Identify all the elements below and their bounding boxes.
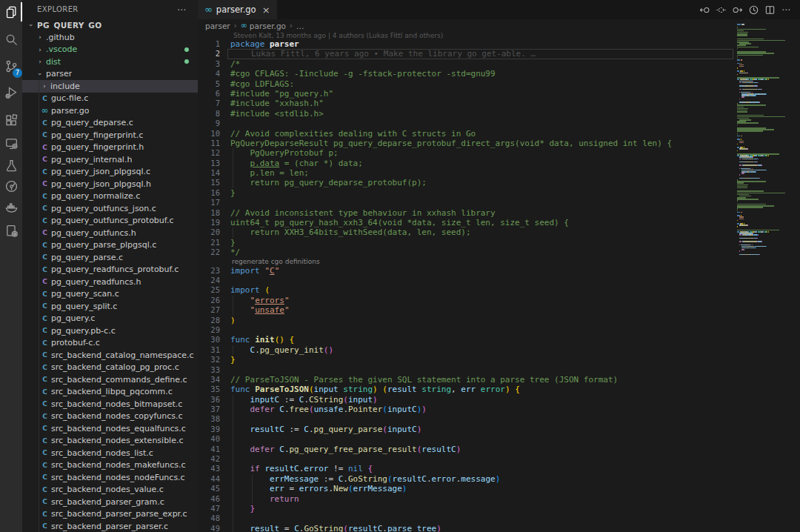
line-number[interactable]: 25 [198, 285, 220, 295]
tab-parser-go[interactable]: ∞ parser.go × [198, 0, 277, 19]
tree-item-pg-query-split.c[interactable]: Cpg_query_split.c [22, 300, 198, 313]
tree-item-pg-query-parse.c[interactable]: Cpg_query_parse.c [22, 251, 198, 264]
extensions-icon[interactable] [0, 110, 22, 130]
line-number[interactable]: 33 [198, 365, 220, 375]
line-number[interactable]: 40 [198, 434, 220, 444]
code-line-27[interactable]: 27 "unsafe" [198, 305, 736, 315]
code-line-1[interactable]: 1package parser [198, 39, 736, 49]
code-line-5[interactable]: 5#cgo LDFLAGS: [198, 79, 736, 89]
line-number[interactable]: 7 [198, 99, 220, 108]
code-line-20[interactable]: 20 return XXH3_64bits_withSeed(data, len… [198, 227, 736, 237]
split-editor-icon[interactable] [761, 1, 778, 18]
line-number[interactable]: 26 [198, 296, 220, 305]
code-line-42[interactable]: 42 [198, 454, 736, 464]
code-line-41[interactable]: 41 defer C.pg_query_free_parse_result(re… [198, 445, 736, 454]
code-line-2[interactable]: 2Lukas Fittl, 6 years ago • Make the lib… [198, 49, 736, 59]
explorer-icon[interactable] [0, 2, 22, 21]
tree-item-pg-query-readfuncs.h[interactable]: Cpg_query_readfuncs.h [22, 276, 198, 288]
tree-item-src-backend-nodes-extensible.c[interactable]: Csrc_backend_nodes_extensible.c [22, 435, 198, 448]
tree-item-src-backend-commands-define.c[interactable]: Csrc_backend_commands_define.c [22, 373, 198, 386]
code-line-48[interactable]: 48 [198, 513, 736, 523]
code-line-35[interactable]: 35func ParseToJSON(input string) (result… [198, 385, 736, 394]
tree-item-src-backend-nodes-copyfuncs.c[interactable]: Csrc_backend_nodes_copyfuncs.c [22, 410, 198, 423]
code-line-12[interactable]: 12 PgQueryProtobuf p; [198, 148, 736, 158]
code-line-38[interactable]: 38 [198, 414, 736, 424]
code-line-30[interactable]: 30func init() { [198, 335, 736, 345]
line-number[interactable]: 41 [198, 445, 220, 454]
line-number[interactable]: 4 [198, 69, 220, 79]
line-number[interactable]: 18 [198, 208, 220, 218]
line-number[interactable]: 2 [198, 49, 220, 59]
code-line-23[interactable]: 23import "C" [198, 266, 736, 276]
codelens-regenerate-cgo[interactable]: regenerate cgo definitions [232, 258, 736, 266]
line-number[interactable]: 23 [198, 266, 220, 276]
tree-item-pg-query-scan.c[interactable]: Cpg_query_scan.c [22, 288, 198, 301]
tree-item-src-backend-nodes-equalfuncs.c[interactable]: Csrc_backend_nodes_equalfuncs.c [22, 422, 198, 435]
line-number[interactable]: 8 [198, 109, 220, 119]
tree-item-src-backend-catalog-pg-proc.c[interactable]: Csrc_backend_catalog_pg_proc.c [22, 362, 198, 374]
tree-item-pg-query-outfuncs.h[interactable]: Cpg_query_outfuncs.h [22, 227, 198, 239]
code-line-21[interactable]: 21} [198, 238, 736, 247]
code-line-13[interactable]: 13 p.data = (char *) data; [198, 159, 736, 168]
line-number[interactable]: 46 [198, 494, 220, 504]
tree-item-pg-query-internal.h[interactable]: Cpg_query_internal.h [22, 153, 198, 166]
line-number[interactable]: 17 [198, 198, 220, 207]
line-number[interactable]: 6 [198, 89, 220, 99]
tree-item-pg-query-json-plpgsql.h[interactable]: Cpg_query_json_plpgsql.h [22, 178, 198, 190]
tree-item-src-backend-parser-parse-expr.c[interactable]: Csrc_backend_parser_parse_expr.c [22, 508, 198, 521]
code-line-34[interactable]: 34// ParseToJSON - Parses the given SQL … [198, 375, 736, 385]
tree-item-pg-query-deparse.c[interactable]: Cpg_query_deparse.c [22, 117, 198, 130]
close-tab-icon[interactable]: × [262, 4, 270, 16]
line-number[interactable]: 48 [198, 513, 220, 523]
next-change-icon[interactable] [729, 1, 745, 18]
line-number[interactable]: 37 [198, 405, 220, 414]
gitlens-icon[interactable] [745, 1, 761, 18]
tree-item-src-backend-nodes-nodefuncs.c[interactable]: Csrc_backend_nodes_nodeFuncs.c [22, 471, 198, 484]
line-number[interactable]: 24 [198, 276, 220, 285]
tree-item-pg-query-parse-plpgsql.c[interactable]: Cpg_query_parse_plpgsql.c [22, 239, 198, 252]
tree-item-include[interactable]: ›include [22, 80, 198, 93]
code-line-14[interactable]: 14 p.len = len; [198, 168, 736, 178]
code-line-45[interactable]: 45 err = errors.New(errMessage) [198, 484, 736, 493]
tree-item-parser.go[interactable]: ∞parser.go [22, 104, 198, 117]
code-line-3[interactable]: 3/* [198, 59, 736, 69]
code-line-19[interactable]: 19uint64_t pg_query_hash_xxh3_64(void *d… [198, 218, 736, 227]
line-number[interactable]: 36 [198, 395, 220, 405]
code-line-16[interactable]: 16} [198, 188, 736, 198]
code-line-47[interactable]: 47 } [198, 504, 736, 513]
line-number[interactable]: 47 [198, 504, 220, 513]
code-line-44[interactable]: 44 errMessage := C.GoString(resultC.erro… [198, 474, 736, 484]
line-number[interactable]: 14 [198, 168, 220, 178]
code-line-49[interactable]: 49 result = C.GoString(resultC.parse_tre… [198, 524, 736, 532]
gitlens-blame-header[interactable]: Steven Kalt, 13 months ago | 4 authors (… [233, 32, 736, 39]
git-graph-icon[interactable] [0, 176, 22, 196]
line-number[interactable]: 42 [198, 454, 220, 464]
code-line-25[interactable]: 25import ( [198, 285, 736, 295]
line-number[interactable]: 38 [198, 414, 220, 424]
code-line-6[interactable]: 6#include "pg_query.h" [198, 89, 736, 99]
breadcrumb-folder[interactable]: parser [205, 21, 230, 30]
code-line-31[interactable]: 31 C.pg_query_init() [198, 345, 736, 355]
line-number[interactable]: 20 [198, 227, 220, 237]
code-line-24[interactable]: 24 [198, 276, 736, 285]
tree-item-src-backend-nodes-value.c[interactable]: Csrc_backend_nodes_value.c [22, 484, 198, 496]
line-number[interactable]: 49 [198, 524, 220, 532]
previous-change-icon[interactable] [696, 1, 713, 18]
line-number[interactable]: 13 [198, 159, 220, 168]
code-line-29[interactable]: 29 [198, 325, 736, 335]
tree-item-pg-query-readfuncs-protobuf.c[interactable]: Cpg_query_readfuncs_protobuf.c [22, 264, 198, 276]
source-control-icon[interactable]: 7 [0, 56, 22, 76]
code-line-9[interactable]: 9 [198, 119, 736, 128]
line-number[interactable]: 9 [198, 119, 220, 128]
tree-item-src-backend-nodes-list.c[interactable]: Csrc_backend_nodes_list.c [22, 447, 198, 459]
tree-item-protobuf-c.c[interactable]: Cprotobuf-c.c [22, 337, 198, 350]
tree-item-.github[interactable]: ›.github [22, 31, 198, 44]
line-number[interactable]: 27 [198, 305, 220, 315]
line-number[interactable]: 19 [198, 218, 220, 227]
code-line-43[interactable]: 43 if resultC.error != nil { [198, 464, 736, 473]
code-line-37[interactable]: 37 defer C.free(unsafe.Pointer(inputC)) [198, 405, 736, 414]
tree-item-pg-query-json-plpgsql.c[interactable]: Cpg_query_json_plpgsql.c [22, 166, 198, 179]
line-number[interactable]: 3 [198, 59, 220, 69]
line-number[interactable]: 21 [198, 238, 220, 247]
minimap[interactable] [737, 24, 799, 532]
